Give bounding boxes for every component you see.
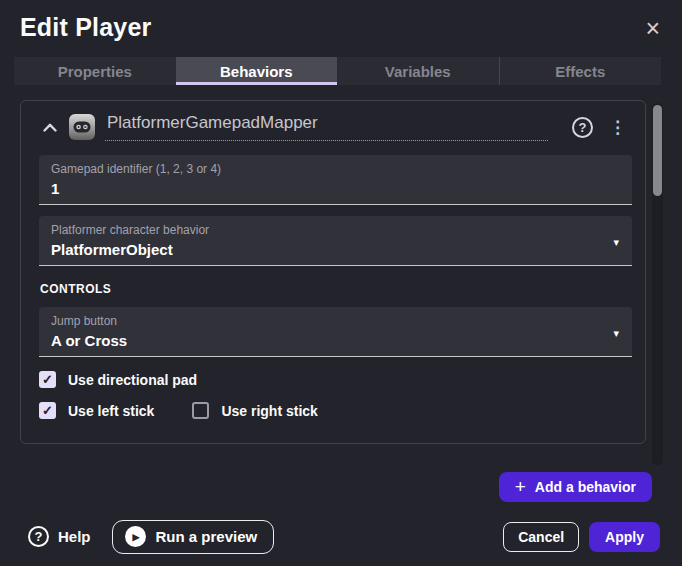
- field-label: Platformer character behavior: [51, 223, 598, 237]
- chevron-down-icon: ▾: [613, 235, 619, 248]
- checkbox-label: Use left stick: [68, 403, 154, 419]
- add-behavior-label: Add a behavior: [535, 479, 636, 495]
- jump-button-select[interactable]: Jump button A or Cross ▾: [39, 307, 632, 357]
- behavior-help-icon[interactable]: ?: [572, 117, 593, 138]
- field-label: Gamepad identifier (1, 2, 3 or 4): [51, 162, 598, 176]
- gamepad-identifier-field[interactable]: Gamepad identifier (1, 2, 3 or 4) 1: [39, 155, 632, 205]
- help-question-icon: ?: [28, 526, 49, 547]
- behaviors-scroll-area: PlatformerGamepadMapper ? ⋮ Gamepad iden…: [0, 100, 682, 465]
- help-label: Help: [58, 528, 91, 545]
- use-left-stick-option: ✓ Use left stick: [39, 402, 154, 419]
- behavior-card: PlatformerGamepadMapper ? ⋮ Gamepad iden…: [20, 100, 646, 444]
- use-right-stick-option: Use right stick: [192, 402, 317, 419]
- use-directional-pad-option: ✓ Use directional pad: [39, 371, 197, 388]
- checkbox-label: Use right stick: [221, 403, 317, 419]
- checkbox-label: Use directional pad: [68, 372, 197, 388]
- controls-section-header: CONTROLS: [40, 282, 632, 296]
- field-value: PlatformerObject: [51, 241, 598, 258]
- scrollbar[interactable]: [652, 103, 663, 465]
- collapse-chevron-icon[interactable]: [41, 121, 59, 134]
- scrollbar-thumb[interactable]: [653, 105, 662, 196]
- use-right-stick-checkbox[interactable]: [192, 402, 209, 419]
- tab-behaviors[interactable]: Behaviors: [176, 57, 338, 85]
- platformer-character-behavior-select[interactable]: Platformer character behavior Platformer…: [39, 216, 632, 266]
- tab-properties[interactable]: Properties: [14, 57, 176, 85]
- add-behavior-button[interactable]: + Add a behavior: [499, 472, 652, 502]
- tab-bar: Properties Behaviors Variables Effects: [14, 57, 661, 85]
- behavior-menu-dots-icon[interactable]: ⋮: [605, 117, 630, 138]
- tab-effects[interactable]: Effects: [499, 57, 662, 85]
- footer-bar: ? Help ▶ Run a preview Cancel Apply: [0, 513, 682, 566]
- checkbox-row: ✓ Use directional pad: [39, 371, 632, 388]
- field-label: Jump button: [51, 314, 598, 328]
- use-directional-pad-checkbox[interactable]: ✓: [39, 371, 56, 388]
- help-button[interactable]: ? Help: [28, 526, 91, 547]
- run-preview-label: Run a preview: [156, 528, 258, 545]
- title-bar: Edit Player ×: [0, 0, 682, 42]
- behavior-header: PlatformerGamepadMapper ? ⋮: [39, 101, 632, 141]
- gamepad-icon: [69, 114, 95, 140]
- close-icon[interactable]: ×: [645, 16, 660, 41]
- field-value: A or Cross: [51, 332, 598, 349]
- field-value: 1: [51, 180, 598, 197]
- plus-icon: +: [515, 477, 526, 496]
- edit-player-dialog: Edit Player × Properties Behaviors Varia…: [0, 0, 682, 566]
- apply-button[interactable]: Apply: [589, 522, 660, 552]
- play-icon: ▶: [125, 526, 146, 547]
- run-preview-button[interactable]: ▶ Run a preview: [112, 520, 275, 554]
- use-left-stick-checkbox[interactable]: ✓: [39, 402, 56, 419]
- chevron-down-icon: ▾: [613, 326, 619, 339]
- checkbox-row: ✓ Use left stick Use right stick: [39, 402, 632, 419]
- cancel-button[interactable]: Cancel: [503, 522, 579, 552]
- add-behavior-row: + Add a behavior: [0, 465, 682, 502]
- page-title: Edit Player: [20, 13, 151, 42]
- tab-variables[interactable]: Variables: [337, 57, 499, 85]
- behavior-name-field[interactable]: PlatformerGamepadMapper: [105, 113, 548, 141]
